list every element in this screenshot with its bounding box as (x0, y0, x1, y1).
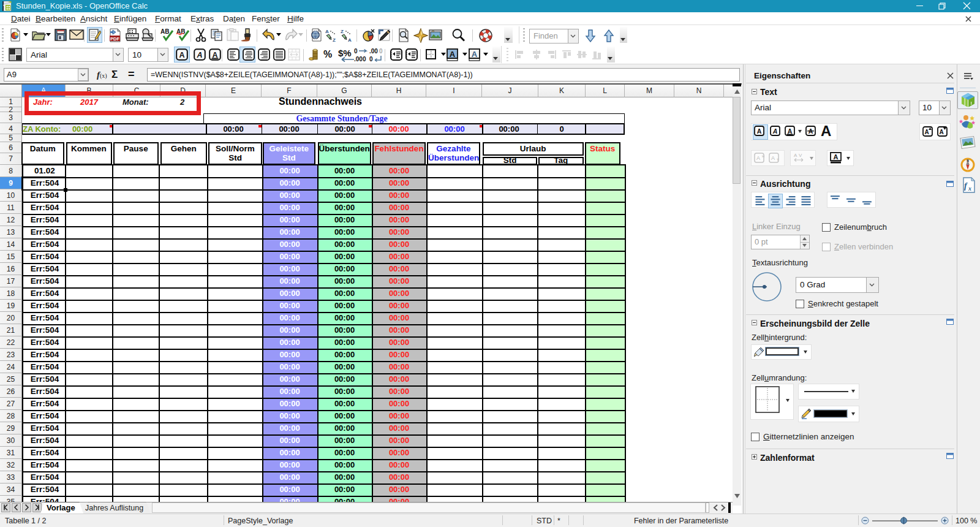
svg-text:A: A (771, 155, 775, 161)
svg-text:A: A (772, 127, 778, 135)
svg-text:Z: Z (333, 37, 336, 42)
svg-text:A: A (794, 153, 797, 158)
svg-text:A: A (212, 51, 217, 59)
svg-text:A: A (756, 155, 760, 161)
svg-text:0: 0 (354, 48, 358, 55)
svg-text:PDF: PDF (110, 36, 119, 42)
svg-text:T: T (777, 158, 779, 162)
svg-text:Z: Z (341, 29, 344, 34)
svg-text:N: N (967, 159, 969, 162)
svg-text:0: 0 (369, 56, 373, 63)
svg-text:A: A (325, 29, 329, 34)
svg-text:A: A (450, 50, 456, 59)
svg-text:.00: .00 (369, 48, 378, 55)
svg-text:x: x (968, 185, 971, 192)
svg-text:A: A (348, 37, 352, 42)
svg-text:A: A (179, 51, 184, 59)
svg-text:$%: $% (338, 48, 352, 58)
svg-text:A: A (472, 50, 478, 59)
svg-text:A: A (939, 129, 943, 135)
svg-text:A: A (834, 153, 839, 161)
svg-text:A: A (924, 129, 929, 135)
svg-text:A: A (757, 127, 762, 135)
svg-text:0: 0 (379, 48, 383, 55)
svg-text:.000: .000 (354, 56, 366, 63)
svg-text:A: A (788, 127, 793, 135)
svg-text:AB: AB (160, 28, 169, 35)
svg-text:V: V (799, 153, 802, 158)
svg-text:A: A (196, 51, 202, 59)
svg-text:H: H (762, 154, 764, 158)
